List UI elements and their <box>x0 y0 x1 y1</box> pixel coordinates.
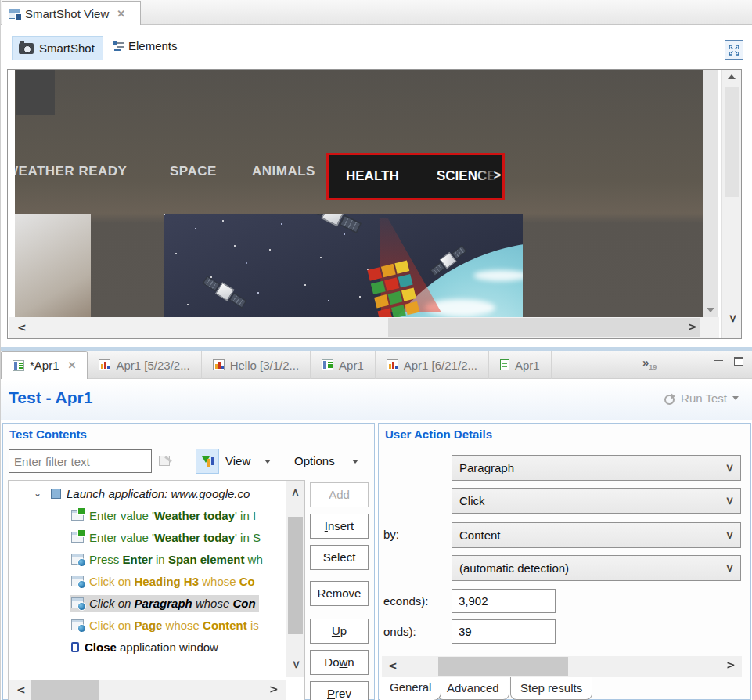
tab-overflow-chevron[interactable]: »19 <box>642 355 657 371</box>
details-horizontal-scrollbar[interactable]: < < <box>382 656 742 677</box>
remove-button[interactable]: Remove <box>310 581 369 606</box>
combo-paragraph[interactable]: Paragraph< <box>452 455 741 481</box>
scrollbar-thumb[interactable] <box>288 517 303 634</box>
scrollbar-thumb[interactable] <box>31 680 99 700</box>
tab-label: SmartShot View <box>25 7 109 20</box>
captured-screenshot[interactable]: WEATHER READYSPACEANIMALS SCIENCEHEALTH … <box>15 70 703 317</box>
test-step[interactable]: Click on Paragraph whose Con <box>9 592 284 614</box>
tree-horizontal-scrollbar[interactable]: < < <box>9 680 286 700</box>
value-input[interactable] <box>452 589 556 613</box>
test-step[interactable]: Close application window <box>9 636 284 658</box>
editor-tab[interactable]: Apr1 <box>311 351 376 379</box>
step-wrap: Close application window <box>70 639 221 655</box>
editor-tab[interactable]: Apr1 [5/23/2... <box>88 351 201 379</box>
maximize-view-button[interactable] <box>725 40 743 60</box>
editor-tab[interactable]: Hello [3/1/2... <box>202 351 311 379</box>
click-step-icon <box>71 597 84 608</box>
tab-smartshot-view[interactable]: SmartShot View ✕ <box>2 1 141 25</box>
maximize-icon[interactable] <box>734 357 743 366</box>
up-button[interactable]: Up <box>310 619 369 644</box>
enter-step-icon <box>71 510 84 521</box>
sort-view-icon <box>201 456 214 467</box>
editor-tab[interactable]: *Apr1✕ <box>1 351 88 379</box>
toolbar-separator <box>282 449 282 473</box>
close-icon[interactable]: ✕ <box>68 359 77 371</box>
combo-value: (automatic detection) <box>459 561 569 575</box>
scroll-up-icon[interactable] <box>728 74 736 79</box>
value-input[interactable] <box>452 619 556 644</box>
scrollbar-thumb[interactable] <box>388 318 700 337</box>
chevron-down-icon[interactable] <box>352 460 358 464</box>
expand-chevron-icon[interactable]: ⌄ <box>34 488 41 499</box>
chevron-down-icon[interactable]: < <box>724 496 735 506</box>
viewer-vertical-scrollbar[interactable]: < <box>721 70 741 338</box>
chevron-down-icon[interactable]: < <box>724 531 735 540</box>
scroll-right-icon[interactable]: < <box>726 660 736 671</box>
view-dropdown-label[interactable]: View <box>225 454 250 467</box>
scroll-left-icon[interactable]: < <box>16 684 26 695</box>
nav-item[interactable]: WEATHER READY <box>15 164 127 179</box>
step-wrap: Launch application: www.google.co <box>49 485 253 502</box>
elements-tree-icon <box>112 41 124 52</box>
combo--automatic-detection-[interactable]: (automatic detection)< <box>452 555 741 581</box>
combo-content[interactable]: Content< <box>452 522 741 548</box>
step-wrap: Click on Page whose Content is <box>70 617 262 633</box>
smartshot-mode-button[interactable]: SmartShot <box>12 36 103 60</box>
scroll-right-icon[interactable]: < <box>688 322 697 333</box>
scroll-down-icon[interactable]: < <box>290 660 301 669</box>
field-label: onds): <box>383 625 416 638</box>
test-step[interactable]: Enter value 'Weather today' in S <box>9 526 284 548</box>
elements-mode-button[interactable]: Elements <box>112 39 178 52</box>
options-dropdown-label[interactable]: Options <box>294 454 335 467</box>
chevron-down-icon[interactable] <box>264 460 271 464</box>
enter-step-icon <box>71 532 84 543</box>
viewer-horizontal-scrollbar[interactable]: < < <box>9 317 719 338</box>
run-test-button[interactable]: Run Test <box>664 391 739 405</box>
view-mode-icon-button[interactable] <box>196 449 219 474</box>
test-step[interactable]: Press Enter in Span element wh <box>9 548 284 570</box>
nav-item[interactable]: SPACE <box>170 164 217 179</box>
step-wrap: Click on Heading H3 whose Co <box>70 573 258 590</box>
highlighted-element-box[interactable]: SCIENCEHEALTH > <box>326 153 505 200</box>
editor-tab[interactable]: Apr1 <box>489 351 552 379</box>
nav-more-arrow: > <box>494 168 501 182</box>
tab-step-results[interactable]: Step results <box>510 677 592 700</box>
scroll-right-icon[interactable]: < <box>269 684 279 695</box>
page-vertical-scrollbar[interactable] <box>703 70 718 317</box>
step-wrap: Enter value 'Weather today' in I <box>70 507 259 524</box>
minimize-icon[interactable] <box>714 359 723 366</box>
tab-general[interactable]: General <box>380 677 441 700</box>
step-text: Click on Page whose Content is <box>89 619 259 632</box>
tab-advanced[interactable]: Advanced <box>437 677 509 700</box>
nav-item[interactable]: ANIMALS <box>252 164 315 179</box>
scroll-left-icon[interactable]: < <box>388 660 398 671</box>
satellite-image <box>164 214 523 317</box>
insert-button[interactable]: Insert <box>310 514 369 539</box>
test-step[interactable]: Click on Page whose Content is <box>9 614 284 636</box>
scroll-down-icon[interactable]: < <box>727 314 738 323</box>
close-icon[interactable]: ✕ <box>117 8 125 20</box>
satellite-graphic <box>302 214 363 236</box>
scroll-left-icon[interactable]: < <box>17 322 27 333</box>
test-contents-panel: Test Contents View Options ⌄Launch appli… <box>2 423 375 700</box>
scrollbar-thumb[interactable] <box>725 87 739 197</box>
filter-input[interactable] <box>9 449 152 473</box>
chevron-down-icon[interactable]: < <box>724 464 735 473</box>
prev-button[interactable]: Prev <box>310 681 369 700</box>
scroll-up-icon[interactable]: < <box>290 488 301 497</box>
chevron-down-icon[interactable]: < <box>724 564 735 573</box>
combo-click[interactable]: Click< <box>452 488 741 514</box>
section-title: Test Contents <box>9 428 87 441</box>
tree-vertical-scrollbar[interactable]: < < <box>286 481 304 677</box>
scroll-down-icon[interactable] <box>707 308 714 312</box>
satellite-graphic <box>201 273 248 310</box>
test-step[interactable]: Enter value 'Weather today' in I <box>9 504 284 526</box>
test-step[interactable]: ⌄Launch application: www.google.co <box>9 482 284 504</box>
nav-item-highlighted[interactable]: HEALTH <box>346 168 399 184</box>
test-step[interactable]: Click on Heading H3 whose Co <box>9 570 284 592</box>
down-button[interactable]: Down <box>310 650 369 675</box>
scrollbar-thumb[interactable] <box>438 657 568 676</box>
chevron-down-icon[interactable] <box>732 396 739 400</box>
select-button[interactable]: Select <box>310 545 369 570</box>
editor-tab[interactable]: Apr1 [6/21/2... <box>376 351 489 379</box>
